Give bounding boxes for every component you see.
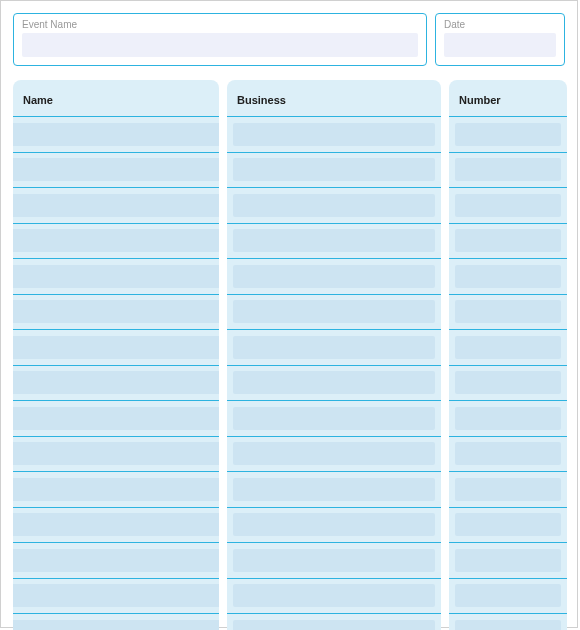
number-input[interactable] bbox=[455, 371, 561, 394]
business-input[interactable] bbox=[233, 407, 435, 430]
column-business-header: Business bbox=[227, 80, 441, 117]
table-row bbox=[227, 330, 441, 366]
table-row bbox=[449, 366, 567, 402]
number-input[interactable] bbox=[455, 229, 561, 252]
table-row bbox=[13, 508, 219, 544]
number-input[interactable] bbox=[455, 620, 561, 630]
table-row bbox=[449, 614, 567, 630]
event-name-input[interactable] bbox=[22, 33, 418, 57]
name-input[interactable] bbox=[13, 371, 219, 394]
business-input[interactable] bbox=[233, 549, 435, 572]
name-input[interactable] bbox=[13, 584, 219, 607]
number-input[interactable] bbox=[455, 442, 561, 465]
name-input[interactable] bbox=[13, 620, 219, 630]
table-row bbox=[449, 472, 567, 508]
table-row bbox=[449, 579, 567, 615]
table-row bbox=[227, 153, 441, 189]
table-row bbox=[13, 579, 219, 615]
table-row bbox=[13, 437, 219, 473]
table-row bbox=[13, 330, 219, 366]
table-row bbox=[227, 579, 441, 615]
table-row bbox=[227, 472, 441, 508]
table-row bbox=[449, 259, 567, 295]
name-input[interactable] bbox=[13, 407, 219, 430]
table-row bbox=[13, 224, 219, 260]
business-input[interactable] bbox=[233, 371, 435, 394]
table-row bbox=[449, 437, 567, 473]
name-input[interactable] bbox=[13, 336, 219, 359]
business-input[interactable] bbox=[233, 336, 435, 359]
date-label: Date bbox=[444, 19, 556, 30]
business-input[interactable] bbox=[233, 158, 435, 181]
number-input[interactable] bbox=[455, 300, 561, 323]
date-box: Date bbox=[435, 13, 565, 66]
table-row bbox=[13, 153, 219, 189]
form-page: Event Name Date Name Bus bbox=[0, 0, 578, 628]
table-row bbox=[13, 295, 219, 331]
table-row bbox=[449, 508, 567, 544]
column-name: Name bbox=[13, 80, 219, 630]
number-input[interactable] bbox=[455, 549, 561, 572]
column-business: Business bbox=[227, 80, 441, 630]
column-number: Number bbox=[449, 80, 567, 630]
table-row bbox=[449, 295, 567, 331]
event-name-box: Event Name bbox=[13, 13, 427, 66]
header-row: Event Name Date bbox=[13, 13, 565, 66]
table-row bbox=[449, 188, 567, 224]
business-input[interactable] bbox=[233, 194, 435, 217]
column-number-header: Number bbox=[449, 80, 567, 117]
number-input[interactable] bbox=[455, 478, 561, 501]
columns-wrap: Name Business bbox=[13, 80, 565, 630]
business-input[interactable] bbox=[233, 229, 435, 252]
table-row bbox=[13, 401, 219, 437]
table-row bbox=[227, 614, 441, 630]
table-row bbox=[449, 401, 567, 437]
name-input[interactable] bbox=[13, 442, 219, 465]
table-row bbox=[227, 295, 441, 331]
business-input[interactable] bbox=[233, 478, 435, 501]
name-input[interactable] bbox=[13, 513, 219, 536]
business-input[interactable] bbox=[233, 300, 435, 323]
number-input[interactable] bbox=[455, 513, 561, 536]
table-row bbox=[13, 188, 219, 224]
name-input[interactable] bbox=[13, 229, 219, 252]
number-input[interactable] bbox=[455, 194, 561, 217]
table-row bbox=[13, 614, 219, 630]
event-name-label: Event Name bbox=[22, 19, 418, 30]
column-name-header: Name bbox=[13, 80, 219, 117]
name-input[interactable] bbox=[13, 158, 219, 181]
table-row bbox=[227, 117, 441, 153]
name-input[interactable] bbox=[13, 478, 219, 501]
table-row bbox=[449, 224, 567, 260]
table-row bbox=[227, 366, 441, 402]
business-input[interactable] bbox=[233, 513, 435, 536]
table-row bbox=[449, 330, 567, 366]
date-input[interactable] bbox=[444, 33, 556, 57]
business-input[interactable] bbox=[233, 265, 435, 288]
table-row bbox=[449, 117, 567, 153]
name-input[interactable] bbox=[13, 265, 219, 288]
business-input[interactable] bbox=[233, 620, 435, 630]
number-input[interactable] bbox=[455, 123, 561, 146]
name-input[interactable] bbox=[13, 194, 219, 217]
table-row bbox=[13, 366, 219, 402]
table-row bbox=[13, 259, 219, 295]
business-input[interactable] bbox=[233, 442, 435, 465]
table-row bbox=[227, 224, 441, 260]
name-input[interactable] bbox=[13, 123, 219, 146]
number-input[interactable] bbox=[455, 336, 561, 359]
business-input[interactable] bbox=[233, 584, 435, 607]
business-input[interactable] bbox=[233, 123, 435, 146]
name-input[interactable] bbox=[13, 549, 219, 572]
table-row bbox=[449, 153, 567, 189]
number-input[interactable] bbox=[455, 407, 561, 430]
table-row bbox=[227, 188, 441, 224]
number-input[interactable] bbox=[455, 584, 561, 607]
table-row bbox=[227, 259, 441, 295]
table-row bbox=[13, 472, 219, 508]
number-input[interactable] bbox=[455, 265, 561, 288]
table-row bbox=[13, 543, 219, 579]
number-input[interactable] bbox=[455, 158, 561, 181]
table-row bbox=[13, 117, 219, 153]
name-input[interactable] bbox=[13, 300, 219, 323]
